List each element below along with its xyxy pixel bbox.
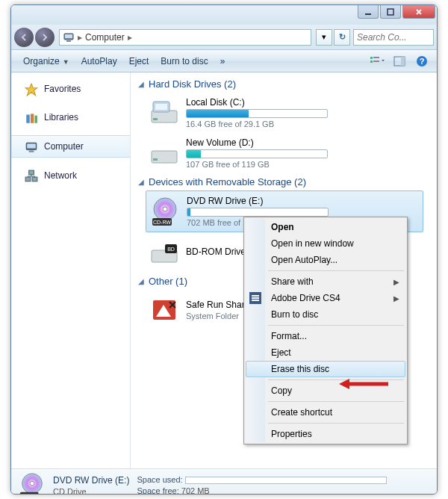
ctx-open-autoplay[interactable]: Open AutoPlay...: [246, 252, 405, 268]
svg-rect-23: [153, 118, 158, 120]
svg-text:CD-RW: CD-RW: [21, 493, 39, 495]
ctx-adobe-drive[interactable]: Adobe Drive CS4▶: [246, 290, 405, 306]
svg-rect-20: [32, 177, 37, 182]
toolbar: Organize▼ AutoPlay Eject Burn to disc » …: [11, 50, 437, 72]
drive-new-volume-d[interactable]: New Volume (D:) 107 GB free of 119 GB: [131, 133, 437, 173]
svg-rect-25: [155, 104, 167, 110]
annotation-arrow: [337, 376, 390, 394]
eject-button[interactable]: Eject: [123, 54, 155, 69]
svg-rect-43: [252, 300, 259, 301]
svg-rect-10: [401, 57, 405, 66]
svg-rect-42: [252, 297, 259, 299]
disc-icon: CD-RW: [149, 196, 181, 227]
adobe-drive-icon: [249, 292, 261, 304]
computer-icon: [25, 140, 38, 152]
ctx-open[interactable]: Open: [246, 219, 405, 235]
sidebar-item-label: Favorites: [44, 84, 81, 94]
space-bar: [186, 109, 328, 118]
group-header-hdd[interactable]: ◢ Hard Disk Drives (2): [131, 75, 437, 93]
hdd-icon: [149, 137, 180, 169]
minimize-button[interactable]: [358, 5, 379, 19]
sidebar-item-label: Computer: [44, 141, 84, 152]
network-icon: [25, 170, 38, 182]
drive-name: DVD RW Drive (E:): [187, 196, 415, 206]
refresh-icon: ↻: [339, 32, 346, 42]
space-used-bar: [185, 477, 387, 484]
separator: [268, 401, 404, 402]
ctx-format[interactable]: Format...: [246, 328, 405, 344]
space-free-value: 702 MB: [181, 486, 210, 495]
address-bar[interactable]: ▸ Computer ▸: [59, 29, 311, 46]
search-input[interactable]: [353, 29, 434, 46]
drive-name: New Volume (D:): [186, 137, 429, 148]
svg-rect-21: [29, 170, 34, 175]
svg-rect-17: [27, 144, 35, 149]
breadcrumb-chevron[interactable]: ▸: [128, 32, 132, 43]
folder-icon: [149, 294, 180, 326]
space-used-label: Space used:: [137, 475, 182, 484]
breadcrumb-chevron[interactable]: ▸: [78, 32, 82, 43]
collapse-icon: ◢: [138, 80, 144, 88]
autoplay-button[interactable]: AutoPlay: [75, 54, 123, 69]
svg-rect-14: [31, 114, 34, 123]
star-icon: [25, 83, 38, 95]
ctx-eject[interactable]: Eject: [246, 344, 405, 361]
group-header-removable[interactable]: ◢ Devices with Removable Storage (2): [131, 173, 437, 190]
space-free-label: Space free:: [137, 486, 178, 495]
chevron-down-icon: ▾: [322, 32, 326, 42]
refresh-button[interactable]: ↻: [334, 29, 350, 46]
svg-rect-26: [152, 151, 177, 163]
ctx-create-shortcut[interactable]: Create shortcut: [246, 404, 405, 421]
sidebar-item-computer[interactable]: Computer: [11, 135, 130, 158]
svg-point-29: [163, 207, 167, 211]
forward-button[interactable]: [35, 28, 55, 47]
close-button[interactable]: [402, 5, 435, 19]
svg-rect-15: [35, 116, 37, 123]
details-name: DVD RW Drive (E:): [53, 475, 129, 486]
chevron-down-icon: ▼: [63, 58, 69, 66]
svg-rect-1: [388, 9, 393, 15]
details-pane: CD-RW DVD RW Drive (E:) CD Drive Space u…: [11, 468, 437, 495]
view-menu-button[interactable]: [368, 54, 386, 69]
sidebar-item-label: Libraries: [44, 112, 78, 123]
separator: [268, 423, 404, 424]
drive-local-disk-c[interactable]: Local Disk (C:) 16.4 GB free of 29.1 GB: [131, 93, 437, 133]
burn-button[interactable]: Burn to disc: [155, 54, 214, 69]
svg-rect-27: [153, 158, 158, 161]
separator: [268, 270, 404, 271]
toolbar-overflow-button[interactable]: »: [214, 54, 231, 69]
svg-rect-6: [370, 61, 373, 63]
organize-menu[interactable]: Organize▼: [17, 54, 75, 69]
sidebar-item-network[interactable]: Network: [11, 165, 130, 186]
maximize-button[interactable]: [380, 5, 401, 19]
svg-text:BD: BD: [167, 247, 175, 252]
drive-free-text: 107 GB free of 119 GB: [186, 160, 429, 169]
details-type: CD Drive: [53, 487, 129, 495]
svg-rect-7: [373, 57, 379, 58]
svg-rect-19: [25, 177, 31, 182]
address-dropdown-button[interactable]: ▾: [316, 29, 332, 46]
disc-icon: CD-RW: [17, 472, 47, 495]
hdd-icon: [149, 97, 180, 128]
svg-rect-41: [252, 295, 259, 297]
sidebar-item-favorites[interactable]: Favorites: [11, 78, 130, 99]
ctx-properties[interactable]: Properties: [246, 426, 405, 442]
sidebar-item-label: Network: [44, 170, 77, 181]
svg-rect-13: [26, 115, 30, 123]
group-title: Other (1): [149, 276, 187, 287]
ctx-open-new-window[interactable]: Open in new window: [246, 235, 405, 252]
ctx-share-with[interactable]: Share with▶: [246, 273, 405, 290]
svg-text:?: ?: [420, 57, 425, 66]
preview-pane-button[interactable]: [391, 54, 408, 69]
back-button[interactable]: [14, 28, 34, 47]
breadcrumb-location[interactable]: Computer: [85, 32, 125, 43]
help-button[interactable]: ?: [413, 54, 431, 69]
sidebar-item-libraries[interactable]: Libraries: [11, 107, 130, 128]
ctx-erase-this-disc[interactable]: Erase this disc: [246, 361, 405, 377]
ctx-burn-to-disc[interactable]: Burn to disc: [246, 306, 405, 323]
space-bar: [187, 208, 329, 217]
submenu-arrow-icon: ▶: [393, 294, 399, 303]
svg-rect-4: [66, 40, 71, 42]
separator: [268, 325, 404, 326]
svg-rect-0: [365, 13, 371, 15]
